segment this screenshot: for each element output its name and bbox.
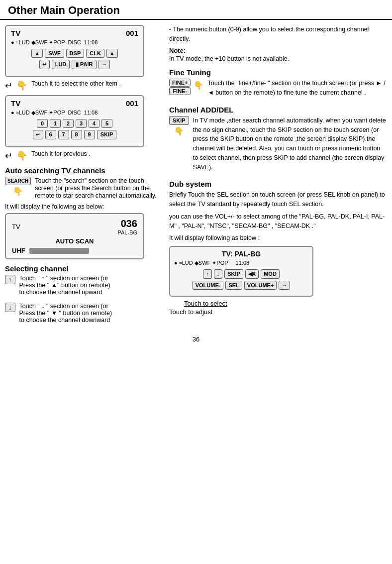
tv-box-1: TV 001 ● ≈LUD ◆SWF ✦POP DISC 11:08 ▲ SWF… [5,25,144,77]
skip-box[interactable]: SKIP [169,116,189,125]
fine-tuning-row: FINE+ FINE- 👇 Touch the "fine+/fine- " s… [169,79,387,101]
pal-btn-right[interactable]: → [279,281,290,290]
left-column: TV 001 ● ≈LUD ◆SWF ✦POP DISC 11:08 ▲ SWF… [5,25,159,328]
channel-down-icon[interactable]: ↓ [5,303,15,312]
auto-search-text: Touch the "search" section on the touch … [35,177,156,199]
page-number: 36 [0,336,392,343]
touch-to-select-link[interactable]: Touch to select [184,300,227,307]
tv-numrow2: ↵ 6 7 8 9 SKIP [11,130,138,139]
channel-add-del-text: In TV mode ,after search channel automat… [193,116,387,172]
btn-clk-1[interactable]: CLK [86,49,104,58]
dub-text-2: you can use the VOL+/- to select among o… [169,212,387,231]
uhf-row: UHF [12,247,137,254]
btn-1[interactable]: 1 [50,119,61,128]
btn-9[interactable]: 9 [84,130,95,139]
tv-label-1: TV [11,29,20,37]
pal-row1: ↑ ↓ SKIP ◀X MOD [174,269,308,279]
scan-pal: PAL-BG [117,229,137,235]
tv-status-1: ● ≈LUD ◆SWF ✦POP DISC 11:08 [11,39,138,46]
pal-status: ● ≈LUD ◆SWF ✦POP 11:08 [174,260,308,266]
btn-skip-num[interactable]: SKIP [97,130,117,139]
uhf-label: UHF [12,247,25,254]
btn-5[interactable]: 5 [101,119,112,128]
page-title: Other Main Operation [0,0,392,20]
hand-icon-3: 👇 [13,187,23,196]
hand-icon-2: 👇 [16,150,27,161]
pal-btn-mod[interactable]: MOD [261,269,280,279]
auto-search-row: SEARCH 👇 Touch the "search" section on t… [5,177,159,199]
tv-status-2: ● ≈LUD ◆SWF ✦POP DISC 11:08 [11,110,138,116]
touch-row-2: ↵ 👇 Touch it for previous . [5,150,159,161]
btn-3[interactable]: 3 [76,119,87,128]
skip-row: SKIP 👇 In TV mode ,after search channel … [169,116,387,175]
hand-icon-skip: 👇 [174,126,184,136]
fine-minus-box[interactable]: FINE- [169,87,191,95]
hand-icon-fine: 👇 [194,79,203,90]
fine-plus-box[interactable]: FINE+ [169,79,191,87]
btn-4[interactable]: 4 [89,119,99,128]
btn-back-2[interactable]: ↵ [33,130,43,139]
fine-tuning-heading: Fine Tuning [169,68,387,77]
intro-text: - The numeric button (0-9) allow you to … [169,25,387,44]
tv-row1: ▲ SWF DSP CLK ▲ [11,49,138,58]
btn-6[interactable]: 6 [45,130,56,139]
fine-boxes: FINE+ FINE- [169,79,191,95]
channel-down-text: Touch " ↓ " section on screen (or Press … [19,303,112,324]
uhf-progress-bar [29,248,89,254]
scan-box: TV 036 PAL-BG AUTO SCAN UHF [5,213,144,259]
touch-to-adjust-text: Touch to adjust [169,308,212,316]
btn-2[interactable]: 2 [63,119,74,128]
btn-7[interactable]: 7 [58,130,69,139]
channel-add-del-heading: Channel ADD/DEL [169,106,387,114]
btn-back-1[interactable]: ↵ [39,60,50,69]
pal-row2: VOLUME- SEL VOLUME+ → [174,281,308,290]
touch-text-1: Touch it to select the other item . [31,80,121,87]
pal-btn-vol-plus[interactable]: VOLUME+ [244,281,277,290]
auto-scan-label: AUTO SCAN [12,237,137,245]
dub-text-3: It will display following as below : [169,233,387,243]
selecting-channel-heading: Selecting channel [5,264,159,273]
fine-tuning-text: Touch the "fine+/fine- " section on the … [207,79,387,98]
touch-text-2: Touch it for previous . [31,150,91,157]
btn-dsp-1[interactable]: DSP [66,49,85,58]
pal-btn-up[interactable]: ↑ [203,269,212,279]
tv-box-2: TV 001 ● ≈LUD ◆SWF ✦POP DISC 11:08 0 1 2… [5,95,144,147]
btn-0[interactable]: 0 [37,119,48,128]
btn-pair-1[interactable]: ▮ PAIR [72,60,97,69]
cursor-icon-2: ↵ [5,150,12,161]
right-column: - The numeric button (0-9) allow you to … [164,25,387,328]
auto-search-heading: Auto searching TV channels [5,166,159,175]
channel-down-row: ↓ Touch " ↓ " section on screen (or Pres… [5,303,159,324]
hand-icon-1: 👇 [16,80,27,91]
btn-swf-1[interactable]: SWF [45,49,64,58]
tv-label-2: TV [11,99,20,108]
pal-btn-skip[interactable]: SKIP [224,269,243,279]
pal-btn-down[interactable]: ↓ [214,269,223,279]
channel-up-icon[interactable]: ↑ [5,275,15,284]
tv-numrow1: 0 1 2 3 4 5 [11,119,138,128]
note-text: In TV mode, the +10 button is not availa… [169,55,289,62]
auto-search-below: It will display the following as below: [5,203,159,210]
btn-up2-1[interactable]: ▲ [106,49,118,58]
cursor-icon-1: ↵ [5,80,12,91]
channel-up-text: Touch " ↑ " section on screen (or Press … [19,275,110,296]
pal-btn-mute[interactable]: ◀X [245,269,259,279]
pal-header: TV: PAL-BG [174,250,308,258]
search-box-icon[interactable]: SEARCH [5,177,31,185]
channel-up-row: ↑ Touch " ↑ " section on screen (or Pres… [5,275,159,296]
btn-8[interactable]: 8 [71,130,82,139]
pal-box: TV: PAL-BG ● ≈LUD ◆SWF ✦POP 11:08 ↑ ↓ SK… [169,246,313,297]
scan-channel: 036 [117,218,137,229]
touch-row-1: ↵ 👇 Touch it to select the other item . [5,80,159,91]
btn-right-1[interactable]: → [98,60,110,69]
pal-btn-sel[interactable]: SEL [225,281,242,290]
note-heading: Note: [169,47,186,54]
dub-system-heading: Dub system [169,180,387,188]
pal-btn-vol-minus[interactable]: VOLUME- [193,281,224,290]
fine-icons-group: FINE+ FINE- 👇 [169,79,203,95]
scan-tv-label: TV [12,223,20,230]
tv-channel-2: 001 [126,99,138,108]
btn-up-1[interactable]: ▲ [31,49,43,58]
tv-row2: ↵ LUD ▮ PAIR → [11,60,138,69]
btn-lud-1[interactable]: LUD [52,60,70,69]
